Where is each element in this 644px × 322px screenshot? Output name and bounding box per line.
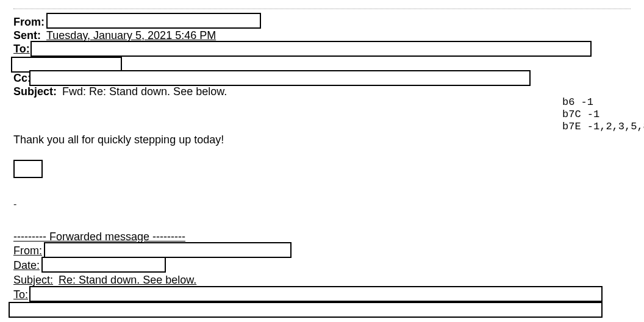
fwd-subject-label: Subject:	[13, 274, 53, 286]
from-row: From:	[13, 15, 631, 29]
cc-label: Cc:	[13, 72, 31, 84]
fwd-subject-row: Subject: Re: Stand down. See below.	[13, 273, 631, 287]
cc-row: Cc:	[13, 71, 631, 85]
forward-separator: --------- Forwarded message ---------	[13, 231, 631, 243]
page-content: From: Sent: Tuesday, January 5, 2021 5:4…	[13, 0, 631, 319]
fwd-to-label: To:	[13, 288, 28, 301]
to-row: To:	[13, 42, 631, 71]
fwd-date-label: Date:	[13, 259, 40, 271]
sent-value: Tuesday, January 5, 2021 5:46 PM	[46, 29, 216, 41]
redaction-fwd-date	[41, 257, 166, 273]
redaction-fwd-from	[44, 242, 292, 258]
subject-value: Fwd: Re: Stand down. See below.	[62, 85, 227, 98]
fwd-bottom-row	[13, 302, 631, 319]
from-label: From:	[13, 16, 45, 28]
redaction-signature	[13, 160, 43, 178]
fwd-from-label: From:	[13, 245, 42, 257]
fwd-date-row: Date:	[13, 258, 631, 273]
fwd-to-row: To:	[13, 287, 631, 302]
redaction-cc	[29, 70, 531, 86]
subject-row: Subject: Fwd: Re: Stand down. See below.	[13, 85, 631, 98]
exemption-codes: b6 -1 b7C -1 b7E -1,2,3,5,8	[562, 96, 644, 133]
sent-row: Sent: Tuesday, January 5, 2021 5:46 PM	[13, 29, 631, 42]
redaction-fwd-bottom	[9, 302, 603, 318]
body-line: Thank you all for quickly stepping up to…	[13, 134, 631, 146]
sent-label: Sent:	[13, 29, 41, 41]
fwd-from-row: From:	[13, 243, 631, 258]
dash-mark: -	[13, 199, 631, 210]
redaction-fwd-to	[29, 286, 603, 302]
forwarded-block: From: Date: Subject: Re: Stand down. See…	[13, 243, 631, 319]
to-label: To:	[13, 43, 30, 55]
redaction-from	[46, 13, 261, 29]
dotted-divider	[13, 9, 631, 9]
subject-label: Subject:	[13, 85, 57, 98]
fwd-subject-value: Re: Stand down. See below.	[59, 274, 196, 286]
redaction-to-top	[30, 41, 592, 57]
